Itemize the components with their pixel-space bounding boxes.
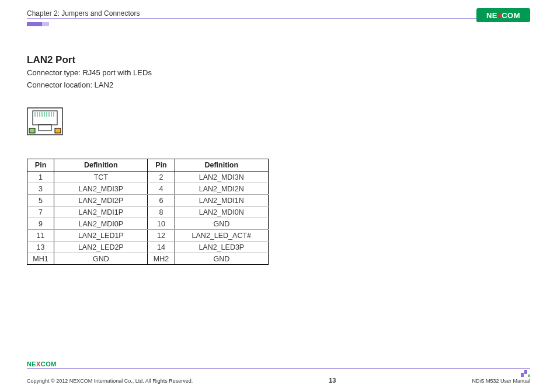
- table-row: 11LAN2_LED1P12LAN2_LED_ACT#: [27, 230, 269, 242]
- svg-rect-13: [55, 128, 61, 133]
- table-row: MH1GNDMH2GND: [27, 253, 269, 265]
- table-cell: LAN2_LED2P: [54, 242, 148, 253]
- manual-name: NDiS M532 User Manual: [472, 378, 530, 384]
- table-row: 1TCT2LAN2_MDI3N: [27, 172, 269, 183]
- table-row: 7LAN2_MDI1P8LAN2_MDI0N: [27, 206, 269, 218]
- table-cell: LAN2_MDI2P: [54, 195, 148, 206]
- chapter-label: Chapter 2: Jumpers and Connectors: [27, 8, 140, 18]
- footer-logo-right: COM: [41, 360, 57, 368]
- table-cell: LAN2_MDI1N: [175, 195, 268, 206]
- pin-definition-table: Pin Definition Pin Definition 1TCT2LAN2_…: [27, 159, 269, 265]
- table-cell: LAN2_MDI2N: [175, 183, 268, 195]
- rj45-port-diagram: [27, 107, 530, 138]
- table-cell: LAN2_LED1P: [54, 230, 148, 242]
- table-cell: 3: [27, 183, 54, 195]
- table-cell: 10: [148, 218, 175, 230]
- table-cell: LAN2_LED3P: [175, 242, 268, 253]
- table-cell: 11: [27, 230, 54, 242]
- svg-rect-15: [524, 370, 527, 374]
- col-def-1: Definition: [54, 159, 148, 172]
- footer-logo-x: X: [36, 360, 41, 368]
- table-cell: 1: [27, 172, 54, 183]
- connector-type: Connector type: RJ45 port with LEDs: [27, 68, 530, 78]
- page-footer: NEXCOM Copyright © 2012 NEXCOM Internati…: [27, 360, 530, 384]
- logo-part-left: NE: [486, 11, 497, 20]
- header-rule: [27, 18, 530, 19]
- table-cell: 6: [148, 195, 175, 206]
- header-accent-bar: [27, 22, 530, 26]
- table-cell: GND: [175, 253, 268, 265]
- table-cell: GND: [54, 253, 148, 265]
- table-row: 3LAN2_MDI3P4LAN2_MDI2N: [27, 183, 269, 195]
- table-cell: GND: [175, 218, 268, 230]
- table-row: 9LAN2_MDI0P10GND: [27, 218, 269, 230]
- section-title: LAN2 Port: [27, 54, 530, 66]
- copyright-text: Copyright © 2012 NEXCOM International Co…: [27, 378, 193, 384]
- table-row: 5LAN2_MDI2P6LAN2_MDI1N: [27, 195, 269, 206]
- table-cell: LAN2_MDI0N: [175, 206, 268, 218]
- svg-rect-16: [528, 374, 530, 377]
- table-cell: TCT: [54, 172, 148, 183]
- col-def-2: Definition: [175, 159, 268, 172]
- footer-logo: NEXCOM: [27, 360, 530, 368]
- svg-rect-12: [29, 128, 35, 133]
- table-cell: 4: [148, 183, 175, 195]
- table-cell: MH2: [148, 253, 175, 265]
- table-cell: 13: [27, 242, 54, 253]
- corner-decoration-icon: [521, 372, 530, 378]
- table-cell: MH1: [27, 253, 54, 265]
- table-cell: 14: [148, 242, 175, 253]
- table-cell: 2: [148, 172, 175, 183]
- page-number: 13: [329, 377, 336, 384]
- svg-rect-14: [521, 373, 524, 377]
- connector-location: Connector location: LAN2: [27, 80, 530, 90]
- col-pin-1: Pin: [27, 159, 54, 172]
- table-cell: LAN2_MDI1P: [54, 206, 148, 218]
- table-cell: LAN2_MDI0P: [54, 218, 148, 230]
- col-pin-2: Pin: [148, 159, 175, 172]
- table-row: 13LAN2_LED2P14LAN2_LED3P: [27, 242, 269, 253]
- table-cell: 7: [27, 206, 54, 218]
- table-cell: LAN2_MDI3N: [175, 172, 268, 183]
- table-cell: 5: [27, 195, 54, 206]
- table-cell: LAN2_MDI3P: [54, 183, 148, 195]
- logo-part-right: COM: [502, 11, 520, 20]
- footer-logo-left: NE: [27, 360, 36, 368]
- table-cell: LAN2_LED_ACT#: [175, 230, 268, 242]
- nexcom-logo: NEXCOM: [476, 8, 530, 22]
- table-cell: 12: [148, 230, 175, 242]
- svg-rect-11: [39, 125, 51, 131]
- table-cell: 8: [148, 206, 175, 218]
- table-cell: 9: [27, 218, 54, 230]
